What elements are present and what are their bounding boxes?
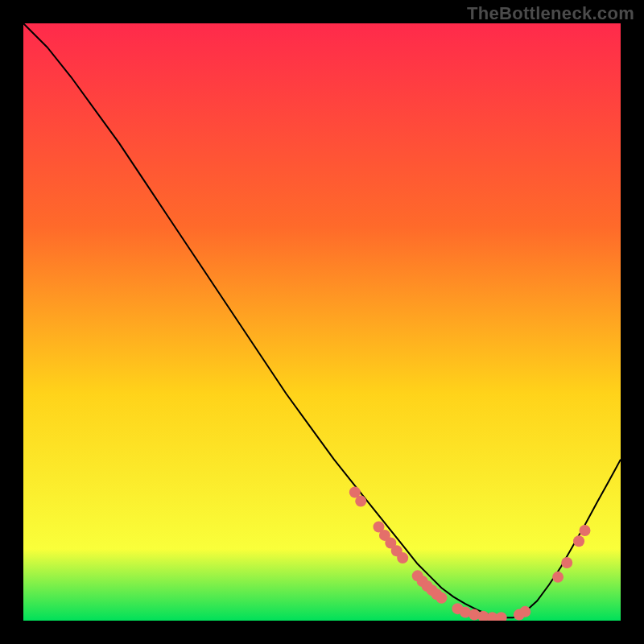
plot-background: [23, 23, 621, 621]
curve-dot: [355, 496, 366, 507]
curve-dot: [579, 525, 590, 536]
plot-svg: [23, 23, 621, 621]
curve-dot: [552, 572, 564, 583]
curve-dot: [573, 535, 584, 547]
curve-dot: [436, 592, 447, 604]
curve-dot: [519, 606, 530, 617]
curve-dot: [397, 552, 408, 564]
chart-frame: TheBottleneck.com: [0, 0, 644, 644]
watermark-text: TheBottleneck.com: [467, 3, 634, 24]
plot-area: [23, 23, 621, 621]
curve-dot: [561, 557, 572, 568]
